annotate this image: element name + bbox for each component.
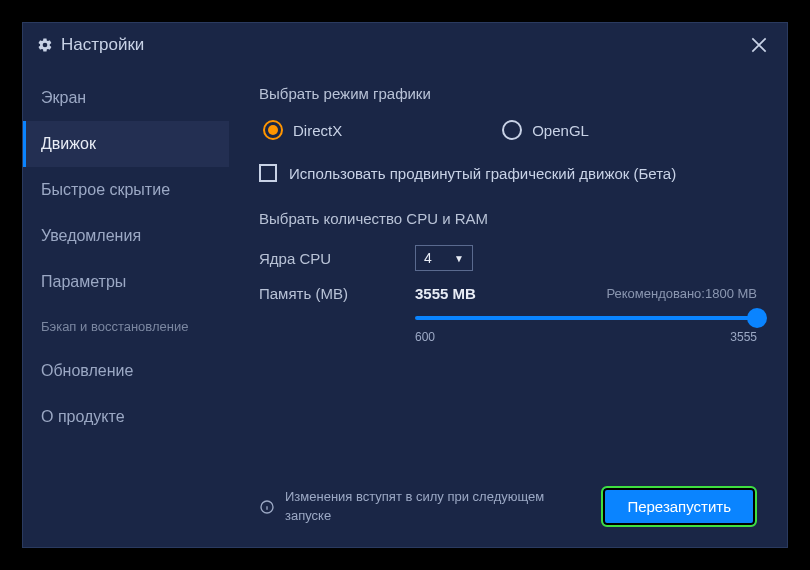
sidebar-item-preferences[interactable]: Параметры	[23, 259, 229, 305]
sidebar-item-quickhide[interactable]: Быстрое скрытие	[23, 167, 229, 213]
sidebar-item-engine[interactable]: Движок	[23, 121, 229, 167]
info-text: Изменения вступят в силу при следующем з…	[285, 488, 585, 524]
chevron-down-icon: ▼	[454, 253, 464, 264]
checkbox-icon	[259, 164, 277, 182]
radio-icon	[263, 120, 283, 140]
titlebar: Настройки	[23, 23, 787, 67]
sidebar-item-screen[interactable]: Экран	[23, 75, 229, 121]
footer: Изменения вступят в силу при следующем з…	[259, 486, 757, 527]
slider-max: 3555	[730, 330, 757, 344]
memory-row: Память (MB) 3555 MB Рекомендовано:1800 M…	[259, 285, 757, 302]
main-panel: Выбрать режим графики DirectX OpenGL Исп…	[229, 67, 787, 547]
sidebar-item-label: Экран	[41, 89, 86, 106]
sidebar: Экран Движок Быстрое скрытие Уведомления…	[23, 67, 229, 547]
sidebar-item-label: Быстрое скрытие	[41, 181, 170, 198]
sidebar-item-update[interactable]: Обновление	[23, 348, 229, 394]
memory-label: Память (MB)	[259, 285, 415, 302]
close-icon[interactable]	[745, 31, 773, 59]
cpu-cores-label: Ядра CPU	[259, 250, 415, 267]
sidebar-item-about[interactable]: О продукте	[23, 394, 229, 440]
sidebar-item-label: О продукте	[41, 408, 125, 425]
cpu-cores-row: Ядра CPU 4 ▼	[259, 245, 757, 271]
window-title: Настройки	[61, 35, 144, 55]
slider-range-labels: 600 3555	[415, 330, 757, 344]
sidebar-item-label: Бэкап и восстановление	[41, 319, 188, 334]
slider-track	[415, 316, 757, 320]
settings-window: Настройки Экран Движок Быстрое скрытие У…	[22, 22, 788, 548]
memory-slider[interactable]: 600 3555	[415, 316, 757, 344]
checkbox-label: Использовать продвинутый графический дви…	[289, 165, 676, 182]
graphics-mode-title: Выбрать режим графики	[259, 85, 757, 102]
sidebar-item-label: Уведомления	[41, 227, 141, 244]
slider-min: 600	[415, 330, 435, 344]
sidebar-item-label: Обновление	[41, 362, 133, 379]
radio-icon	[502, 120, 522, 140]
slider-thumb[interactable]	[747, 308, 767, 328]
radio-opengl[interactable]: OpenGL	[502, 120, 589, 140]
radio-label: OpenGL	[532, 122, 589, 139]
radio-label: DirectX	[293, 122, 342, 139]
sidebar-item-label: Параметры	[41, 273, 126, 290]
memory-recommended: Рекомендовано:1800 MB	[606, 286, 757, 301]
sidebar-item-backup[interactable]: Бэкап и восстановление	[23, 305, 229, 348]
advanced-engine-checkbox[interactable]: Использовать продвинутый графический дви…	[259, 164, 757, 182]
info-icon	[259, 499, 275, 515]
sidebar-item-label: Движок	[41, 135, 96, 152]
select-value: 4	[424, 250, 432, 266]
sidebar-item-notifications[interactable]: Уведомления	[23, 213, 229, 259]
restart-button[interactable]: Перезапустить	[601, 486, 757, 527]
radio-directx[interactable]: DirectX	[263, 120, 342, 140]
graphics-radio-group: DirectX OpenGL	[259, 120, 757, 140]
cpu-cores-select[interactable]: 4 ▼	[415, 245, 473, 271]
memory-value: 3555 MB	[415, 285, 476, 302]
gear-icon	[37, 37, 53, 53]
cpu-ram-title: Выбрать количество CPU и RAM	[259, 210, 757, 227]
